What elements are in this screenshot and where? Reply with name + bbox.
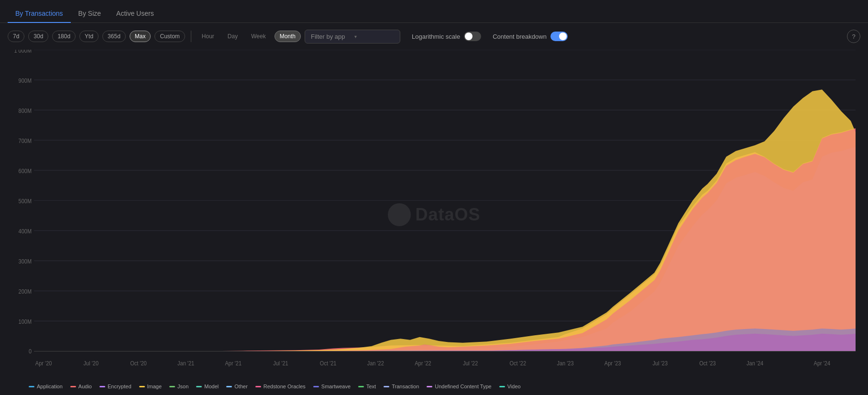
svg-text:200M: 200M (19, 288, 32, 295)
svg-text:Apr '21: Apr '21 (225, 360, 242, 367)
svg-text:Oct '23: Oct '23 (699, 360, 716, 367)
legend-color-encrypted (99, 386, 105, 387)
controls-bar: 7d 30d 180d Ytd 365d Max Custom Hour Day… (0, 23, 868, 50)
content-breakdown-label: Content breakdown (493, 33, 547, 40)
legend-color-image (139, 386, 145, 387)
legend-item-video[interactable]: Video (499, 384, 521, 389)
granularity-hour-button[interactable]: Hour (197, 31, 219, 42)
legend-label-smartweave: Smartweave (321, 384, 351, 389)
svg-text:Jul '23: Jul '23 (653, 360, 668, 367)
time-custom-button[interactable]: Custom (154, 31, 185, 42)
svg-text:Jan '24: Jan '24 (747, 360, 763, 367)
legend-label-encrypted: Encrypted (108, 384, 132, 389)
svg-text:Jan '22: Jan '22 (367, 360, 384, 367)
legend-label-model: Model (204, 384, 219, 389)
help-button[interactable]: ? (847, 30, 860, 43)
legend-item-audio[interactable]: Audio (70, 384, 92, 389)
legend-label-text: Text (366, 384, 376, 389)
svg-text:Apr '23: Apr '23 (604, 360, 621, 367)
time-ytd-button[interactable]: Ytd (79, 31, 99, 42)
legend-color-transaction (384, 386, 389, 387)
separator-1 (191, 31, 191, 42)
legend-color-undefined-content-type (427, 386, 432, 387)
toggle-knob-2 (559, 33, 567, 40)
svg-text:Apr '24: Apr '24 (814, 360, 831, 367)
content-breakdown-toggle[interactable] (550, 32, 568, 41)
toggle-knob (465, 33, 472, 40)
svg-text:Oct '22: Oct '22 (510, 360, 527, 367)
legend-color-application (29, 386, 34, 387)
granularity-month-button[interactable]: Month (275, 31, 301, 42)
legend-label-other: Other (234, 384, 248, 389)
svg-text:1 000M: 1 000M (14, 50, 32, 54)
legend-color-audio (70, 386, 76, 387)
svg-marker-45 (34, 129, 856, 351)
svg-text:100M: 100M (19, 318, 32, 326)
legend-color-json (169, 386, 175, 387)
chevron-down-icon: ▾ (354, 34, 394, 39)
legend-color-redstone-oracles (255, 386, 261, 387)
svg-text:Jul '22: Jul '22 (463, 360, 478, 367)
svg-text:300M: 300M (19, 258, 32, 265)
legend-item-json[interactable]: Json (169, 384, 188, 389)
granularity-day-button[interactable]: Day (223, 31, 242, 42)
legend-color-model (196, 386, 202, 387)
svg-text:Jul '20: Jul '20 (84, 360, 99, 367)
svg-text:900M: 900M (19, 77, 32, 84)
svg-text:600M: 600M (19, 167, 32, 175)
legend-color-other (226, 386, 232, 387)
svg-text:Oct '20: Oct '20 (130, 360, 147, 367)
granularity-week-button[interactable]: Week (246, 31, 270, 42)
legend-item-application[interactable]: Application (29, 384, 63, 389)
time-max-button[interactable]: Max (130, 31, 151, 42)
legend-item-image[interactable]: Image (139, 384, 162, 389)
legend-item-undefined-content-type[interactable]: Undefined Content Type (427, 384, 491, 389)
legend-item-redstone-oracles[interactable]: Redstone Oracles (255, 384, 306, 389)
svg-text:Jul '21: Jul '21 (273, 360, 288, 367)
tab-active-users[interactable]: Active Users (109, 5, 162, 23)
svg-text:Apr '20: Apr '20 (35, 360, 52, 367)
svg-text:Jan '23: Jan '23 (557, 360, 573, 367)
tab-by-transactions[interactable]: By Transactions (8, 5, 71, 23)
tab-bar: By Transactions By Size Active Users (0, 0, 868, 23)
chart-area: 1 000M 900M 800M 700M 600M 500M 400M 300… (0, 50, 868, 380)
content-breakdown-group: Content breakdown (493, 32, 568, 41)
legend-label-transaction: Transaction (392, 384, 419, 389)
time-180d-button[interactable]: 180d (52, 31, 76, 42)
legend-item-transaction[interactable]: Transaction (384, 384, 419, 389)
svg-text:700M: 700M (19, 137, 32, 144)
svg-text:Jan '21: Jan '21 (177, 360, 194, 367)
legend-label-application: Application (37, 384, 63, 389)
legend-item-smartweave[interactable]: Smartweave (313, 384, 351, 389)
legend-label-undefined-content-type: Undefined Content Type (435, 384, 491, 389)
legend-label-audio: Audio (78, 384, 92, 389)
legend-label-json: Json (177, 384, 188, 389)
legend-item-other[interactable]: Other (226, 384, 248, 389)
legend-item-model[interactable]: Model (196, 384, 219, 389)
time-365d-button[interactable]: 365d (102, 31, 126, 42)
legend-item-text[interactable]: Text (358, 384, 376, 389)
chart-svg: 1 000M 900M 800M 700M 600M 500M 400M 300… (8, 50, 860, 380)
legend-color-video (499, 386, 505, 387)
svg-text:800M: 800M (19, 107, 32, 114)
logarithmic-scale-toggle[interactable] (464, 32, 481, 41)
legend-label-image: Image (147, 384, 162, 389)
svg-text:500M: 500M (19, 198, 32, 205)
main-container: By Transactions By Size Active Users 7d … (0, 0, 868, 395)
svg-text:Oct '21: Oct '21 (320, 360, 337, 367)
logarithmic-scale-label: Logarithmic scale (412, 33, 460, 40)
time-30d-button[interactable]: 30d (28, 31, 48, 42)
legend-label-redstone-oracles: Redstone Oracles (264, 384, 306, 389)
legend-color-text (358, 386, 364, 387)
svg-text:400M: 400M (19, 228, 32, 235)
time-7d-button[interactable]: 7d (8, 31, 24, 42)
svg-text:Apr '22: Apr '22 (415, 360, 431, 367)
filter-by-app-dropdown[interactable]: Filter by app ▾ (305, 30, 400, 44)
tab-by-size[interactable]: By Size (71, 5, 109, 23)
svg-text:0: 0 (29, 348, 32, 355)
legend-label-video: Video (507, 384, 521, 389)
legend-item-encrypted[interactable]: Encrypted (99, 384, 132, 389)
chart-legend: Application Audio Encrypted Image Json M… (0, 380, 868, 395)
logarithmic-scale-group: Logarithmic scale (412, 32, 481, 41)
legend-color-smartweave (313, 386, 319, 387)
